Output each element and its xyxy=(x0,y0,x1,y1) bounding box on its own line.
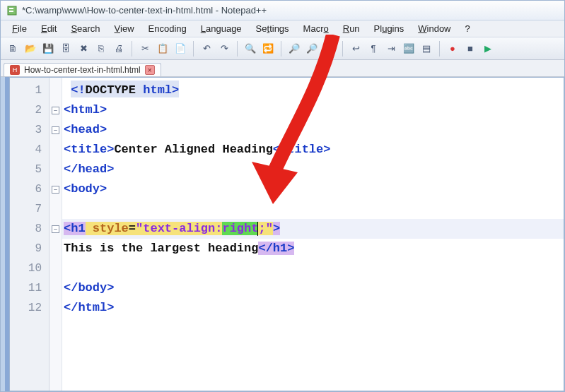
macro-record-button[interactable]: ● xyxy=(445,41,460,57)
menu-language[interactable]: Language xyxy=(194,22,249,35)
fold-toggle-icon[interactable]: − xyxy=(52,126,59,134)
menu-settings[interactable]: Settings xyxy=(249,22,296,35)
code-line: <title>Center Aligned Heading</title> xyxy=(62,140,564,160)
svg-rect-1 xyxy=(9,8,13,9)
toolbar-separator xyxy=(342,41,343,57)
menu-edit[interactable]: Edit xyxy=(34,22,64,35)
menu-help[interactable]: ? xyxy=(458,22,477,35)
line-number: 8 xyxy=(10,219,49,239)
zoom-in-button[interactable]: 🔎 xyxy=(286,41,302,57)
menu-encoding[interactable]: Encoding xyxy=(141,22,194,35)
find-button[interactable]: 🔍 xyxy=(243,41,258,57)
menu-view[interactable]: View xyxy=(107,22,141,35)
undo-button[interactable]: ↶ xyxy=(199,41,214,57)
code-line: <html> xyxy=(62,100,564,120)
macro-play-button[interactable]: ▶ xyxy=(480,41,496,57)
line-number: 9 xyxy=(10,239,49,259)
line-number-gutter: 1 2 3 4 5 6 7 8 9 10 11 12 xyxy=(10,78,49,391)
fold-gutter: − − − − xyxy=(49,78,62,391)
menu-macro[interactable]: Macro xyxy=(296,22,336,35)
code-area[interactable]: <!DOCTYPE html> <html> <head> <title>Cen… xyxy=(62,78,564,391)
toolbar: 🗎 📂 💾 🗄 ✖ ⎘ 🖨 ✂ 📋 📄 ↶ ↷ 🔍 🔁 🔎 🔎 🔄 ↩ ¶ ⇥ … xyxy=(1,37,564,60)
line-number: 3 xyxy=(10,120,49,140)
redo-button[interactable]: ↷ xyxy=(216,41,232,57)
sync-button[interactable]: 🔄 xyxy=(322,41,337,57)
fold-toggle-icon[interactable]: − xyxy=(52,186,59,194)
line-number: 1 xyxy=(10,81,49,100)
word-wrap-button[interactable]: ↩ xyxy=(348,41,363,57)
line-number: 10 xyxy=(10,259,49,278)
line-number: 11 xyxy=(10,278,49,298)
window-title: *C:\wamp\www\How-to-center-text-in-html.… xyxy=(22,5,267,16)
code-line: </html> xyxy=(62,298,564,318)
svg-rect-2 xyxy=(9,11,13,12)
copy-button[interactable]: 📋 xyxy=(155,41,170,57)
replace-button[interactable]: 🔁 xyxy=(260,41,276,57)
code-line: </head> xyxy=(62,160,564,179)
cut-button[interactable]: ✂ xyxy=(137,41,153,57)
close-button[interactable]: ✖ xyxy=(76,41,91,57)
toolbar-separator xyxy=(193,41,194,57)
fold-toggle-icon[interactable]: − xyxy=(52,225,59,233)
show-all-chars-button[interactable]: ¶ xyxy=(366,41,381,57)
editor-area: 1 2 3 4 5 6 7 8 9 10 11 12 − − − − <!DOC… xyxy=(1,77,564,391)
menu-file[interactable]: File xyxy=(5,22,34,35)
menu-plugins[interactable]: Plugins xyxy=(367,22,412,35)
save-button[interactable]: 💾 xyxy=(40,41,56,57)
code-line: This is the largest heading</h1> xyxy=(62,239,564,259)
file-tab[interactable]: H How-to-center-text-in-html.html × xyxy=(4,63,161,76)
indent-guide-button[interactable]: ⇥ xyxy=(383,41,399,57)
line-number: 7 xyxy=(10,199,49,219)
toolbar-separator xyxy=(237,41,238,57)
code-line xyxy=(62,199,564,219)
tab-strip: H How-to-center-text-in-html.html × xyxy=(1,60,564,77)
toolbar-separator xyxy=(132,41,132,57)
line-number: 5 xyxy=(10,160,49,179)
save-all-button[interactable]: 🗄 xyxy=(58,41,74,57)
open-file-button[interactable]: 📂 xyxy=(23,41,38,57)
close-all-button[interactable]: ⎘ xyxy=(93,41,109,57)
toolbar-separator xyxy=(281,41,281,57)
menu-bar: File Edit Search View Encoding Language … xyxy=(1,20,564,37)
menu-search[interactable]: Search xyxy=(64,22,107,35)
code-line: <head> xyxy=(62,120,564,140)
print-button[interactable]: 🖨 xyxy=(111,41,127,57)
file-modified-icon: H xyxy=(10,65,20,75)
code-line: <!DOCTYPE html> xyxy=(62,81,564,100)
zoom-out-button[interactable]: 🔎 xyxy=(304,41,320,57)
line-number: 12 xyxy=(10,298,49,318)
fold-button[interactable]: ▤ xyxy=(419,41,434,57)
macro-stop-button[interactable]: ■ xyxy=(462,41,478,57)
user-lang-button[interactable]: 🔤 xyxy=(401,41,417,57)
code-line xyxy=(62,259,564,278)
toolbar-separator xyxy=(439,41,440,57)
code-line-active: <h1 style="text-align:right;"> xyxy=(62,219,564,239)
code-line: <body> xyxy=(62,179,564,199)
code-line: </body> xyxy=(62,278,564,298)
line-number: 6 xyxy=(10,179,49,199)
tab-label: How-to-center-text-in-html.html xyxy=(24,65,141,75)
fold-toggle-icon[interactable]: − xyxy=(52,107,59,114)
title-bar: *C:\wamp\www\How-to-center-text-in-html.… xyxy=(1,1,564,20)
new-file-button[interactable]: 🗎 xyxy=(5,41,21,57)
line-number: 4 xyxy=(10,140,49,160)
tab-close-icon[interactable]: × xyxy=(145,65,155,75)
paste-button[interactable]: 📄 xyxy=(173,41,188,57)
menu-run[interactable]: Run xyxy=(336,22,367,35)
app-icon xyxy=(6,5,18,16)
line-number: 2 xyxy=(10,100,49,120)
editor-body: 1 2 3 4 5 6 7 8 9 10 11 12 − − − − <!DOC… xyxy=(9,77,564,391)
menu-window[interactable]: Window xyxy=(411,22,458,35)
